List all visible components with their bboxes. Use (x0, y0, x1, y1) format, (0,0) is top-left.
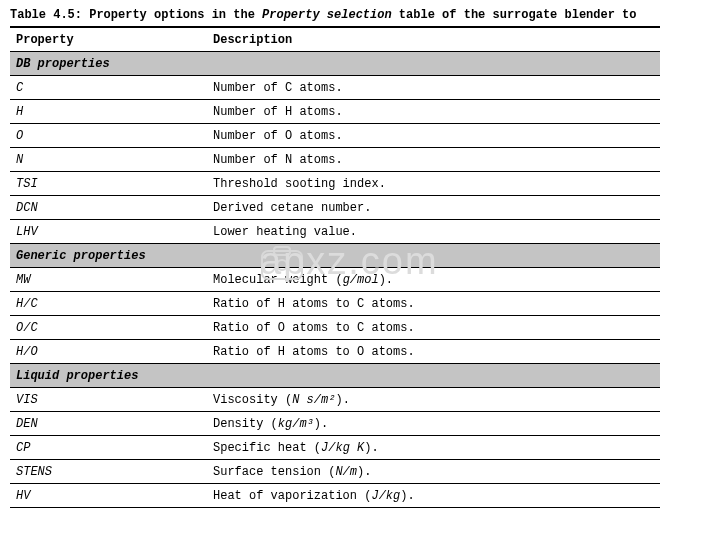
section-label: DB properties (10, 52, 660, 76)
prop-name: LHV (10, 220, 207, 244)
desc-units: N/m (335, 465, 357, 479)
prop-desc: Viscosity (N s/m²). (207, 388, 660, 412)
table-row: HVHeat of vaporization (J/kg). (10, 484, 660, 508)
prop-desc: Molecular weight (g/mol). (207, 268, 660, 292)
table-row: MWMolecular weight (g/mol). (10, 268, 660, 292)
prop-name: H/C (10, 292, 207, 316)
table-row: TSIThreshold sooting index. (10, 172, 660, 196)
prop-desc: Number of N atoms. (207, 148, 660, 172)
prop-desc: Derived cetane number. (207, 196, 660, 220)
prop-desc: Heat of vaporization (J/kg). (207, 484, 660, 508)
prop-name: TSI (10, 172, 207, 196)
caption-prefix: Table 4.5: Property options in the (10, 8, 262, 22)
table-row: H/CRatio of H atoms to C atoms. (10, 292, 660, 316)
section-db-properties: DB properties (10, 52, 660, 76)
table-row: DCNDerived cetane number. (10, 196, 660, 220)
header-description: Description (207, 27, 660, 52)
table-header-row: Property Description (10, 27, 660, 52)
desc-post: ). (357, 465, 371, 479)
desc-post: ). (400, 489, 414, 503)
header-property: Property (10, 27, 207, 52)
prop-desc: Ratio of H atoms to C atoms. (207, 292, 660, 316)
desc-pre: Viscosity ( (213, 393, 292, 407)
table-row: O/CRatio of O atoms to C atoms. (10, 316, 660, 340)
prop-name: CP (10, 436, 207, 460)
desc-units: kg/m³ (278, 417, 314, 431)
prop-desc: Number of C atoms. (207, 76, 660, 100)
desc-pre: Specific heat ( (213, 441, 321, 455)
table-row: LHVLower heating value. (10, 220, 660, 244)
prop-desc: Threshold sooting index. (207, 172, 660, 196)
table-row: HNumber of H atoms. (10, 100, 660, 124)
prop-desc: Specific heat (J/kg K). (207, 436, 660, 460)
caption-suffix: table of the surrogate blender to (392, 8, 637, 22)
table-row: VISViscosity (N s/m²). (10, 388, 660, 412)
section-label: Generic properties (10, 244, 660, 268)
desc-units: N s/m² (292, 393, 335, 407)
desc-post: ). (364, 441, 378, 455)
prop-name: STENS (10, 460, 207, 484)
prop-name: DCN (10, 196, 207, 220)
prop-name: N (10, 148, 207, 172)
desc-units: J/kg (371, 489, 400, 503)
table-row: CNumber of C atoms. (10, 76, 660, 100)
prop-desc: Ratio of O atoms to C atoms. (207, 316, 660, 340)
desc-units: J/kg K (321, 441, 364, 455)
prop-name: VIS (10, 388, 207, 412)
table-row: ONumber of O atoms. (10, 124, 660, 148)
prop-desc: Surface tension (N/m). (207, 460, 660, 484)
prop-desc: Ratio of H atoms to O atoms. (207, 340, 660, 364)
prop-name: DEN (10, 412, 207, 436)
table-caption: Table 4.5: Property options in the Prope… (10, 8, 704, 22)
table-row: STENSSurface tension (N/m). (10, 460, 660, 484)
desc-post: ). (379, 273, 393, 287)
section-generic-properties: Generic properties (10, 244, 660, 268)
prop-name: C (10, 76, 207, 100)
prop-name: MW (10, 268, 207, 292)
prop-name: O (10, 124, 207, 148)
desc-pre: Surface tension ( (213, 465, 335, 479)
caption-italic: Property selection (262, 8, 392, 22)
prop-name: H/O (10, 340, 207, 364)
desc-post: ). (314, 417, 328, 431)
section-label: Liquid properties (10, 364, 660, 388)
property-options-table: Property Description DB properties CNumb… (10, 26, 660, 508)
table-row: CPSpecific heat (J/kg K). (10, 436, 660, 460)
prop-name: H (10, 100, 207, 124)
section-liquid-properties: Liquid properties (10, 364, 660, 388)
table-row: DENDensity (kg/m³). (10, 412, 660, 436)
desc-pre: Density ( (213, 417, 278, 431)
prop-desc: Number of H atoms. (207, 100, 660, 124)
desc-post: ). (335, 393, 349, 407)
table-row: NNumber of N atoms. (10, 148, 660, 172)
prop-desc: Number of O atoms. (207, 124, 660, 148)
prop-name: HV (10, 484, 207, 508)
desc-pre: Heat of vaporization ( (213, 489, 371, 503)
table-row: H/ORatio of H atoms to O atoms. (10, 340, 660, 364)
desc-pre: Molecular weight ( (213, 273, 343, 287)
desc-units: g/mol (343, 273, 379, 287)
prop-name: O/C (10, 316, 207, 340)
prop-desc: Density (kg/m³). (207, 412, 660, 436)
prop-desc: Lower heating value. (207, 220, 660, 244)
